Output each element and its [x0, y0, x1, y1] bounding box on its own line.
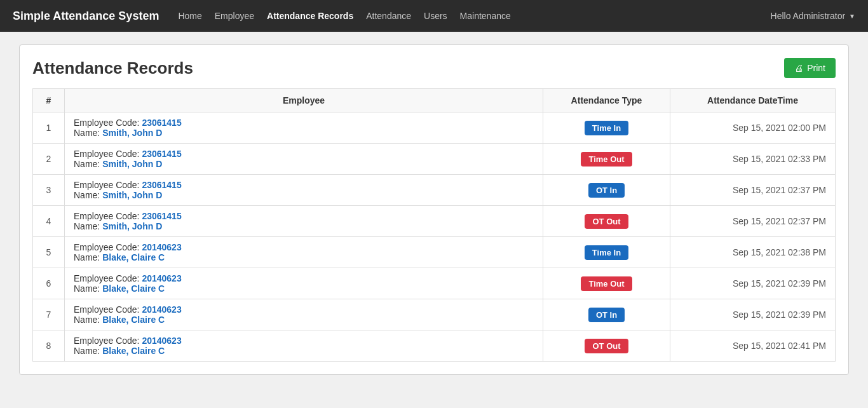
col-att-type: Attendance Type: [543, 89, 670, 112]
attendance-type-cell: Time Out: [543, 268, 670, 299]
row-num: 6: [33, 268, 65, 299]
attendance-type-badge: OT In: [588, 308, 625, 322]
navbar-brand: Simple Attendance System: [13, 10, 159, 23]
attendance-datetime-cell: Sep 15, 2021 02:39 PM: [670, 268, 836, 299]
nav-item-users[interactable]: Users: [424, 8, 447, 24]
employee-cell: Employee Code: 23061415 Name: Smith, Joh…: [65, 112, 543, 144]
table-row: 1 Employee Code: 23061415 Name: Smith, J…: [33, 112, 836, 144]
attendance-datetime-cell: Sep 15, 2021 02:00 PM: [670, 112, 836, 144]
employee-cell: Employee Code: 20140623 Name: Blake, Cla…: [65, 237, 543, 268]
row-num: 2: [33, 144, 65, 175]
row-num: 4: [33, 206, 65, 237]
emp-name-label: Name:: [74, 283, 102, 294]
employee-name-line: Name: Smith, John D: [74, 221, 534, 231]
nav-item-attendance[interactable]: Attendance: [366, 8, 411, 24]
emp-code-label: Employee Code:: [74, 273, 142, 283]
emp-code-label: Employee Code:: [74, 180, 142, 190]
employee-name-line: Name: Smith, John D: [74, 190, 534, 200]
page-title: Attendance Records: [32, 58, 193, 78]
emp-name-label: Name:: [74, 128, 102, 138]
table-body: 1 Employee Code: 23061415 Name: Smith, J…: [33, 112, 836, 362]
attendance-type-badge: OT Out: [585, 214, 628, 229]
emp-code-label: Employee Code:: [74, 118, 142, 128]
emp-code-value: 20140623: [142, 336, 181, 346]
navbar-nav: HomeEmployeeAttendance RecordsAttendance…: [178, 8, 770, 24]
attendance-table: # Employee Attendance Type Attendance Da…: [32, 88, 836, 362]
table-header-row: # Employee Attendance Type Attendance Da…: [33, 89, 836, 112]
attendance-type-badge: Time Out: [581, 152, 632, 167]
emp-code-label: Employee Code:: [74, 336, 142, 346]
nav-item-attendance-records[interactable]: Attendance Records: [267, 8, 353, 24]
nav-item-home[interactable]: Home: [178, 8, 201, 24]
col-employee: Employee: [65, 89, 543, 112]
table-row: 2 Employee Code: 23061415 Name: Smith, J…: [33, 144, 836, 175]
emp-code-value: 20140623: [142, 273, 181, 283]
emp-name-value: Smith, John D: [102, 221, 162, 231]
nav-item-maintenance[interactable]: Maintenance: [460, 8, 511, 24]
employee-code-line: Employee Code: 23061415: [74, 149, 534, 159]
emp-name-value: Blake, Claire C: [102, 315, 165, 325]
emp-code-value: 23061415: [142, 118, 181, 128]
emp-name-label: Name:: [74, 221, 102, 231]
employee-code-line: Employee Code: 20140623: [74, 336, 534, 346]
emp-code-value: 23061415: [142, 211, 181, 221]
attendance-type-cell: Time Out: [543, 144, 670, 175]
employee-code-line: Employee Code: 23061415: [74, 118, 534, 128]
print-button[interactable]: Print: [784, 58, 836, 78]
employee-name-line: Name: Blake, Claire C: [74, 283, 534, 294]
table-row: 6 Employee Code: 20140623 Name: Blake, C…: [33, 268, 836, 299]
emp-name-label: Name:: [74, 190, 102, 200]
employee-name-line: Name: Smith, John D: [74, 128, 534, 138]
emp-code-value: 20140623: [142, 304, 181, 315]
user-greeting-text: Hello Administrator: [771, 11, 846, 21]
emp-name-label: Name:: [74, 315, 102, 325]
attendance-type-cell: OT In: [543, 299, 670, 330]
employee-code-line: Employee Code: 20140623: [74, 273, 534, 283]
attendance-type-badge: Time In: [585, 121, 628, 135]
emp-name-value: Blake, Claire C: [102, 346, 165, 356]
main-content: Attendance Records Print # Employee Atte…: [0, 32, 868, 388]
employee-cell: Employee Code: 20140623 Name: Blake, Cla…: [65, 330, 543, 362]
emp-name-value: Smith, John D: [102, 159, 162, 169]
card-header: Attendance Records Print: [32, 58, 836, 78]
employee-name-line: Name: Blake, Claire C: [74, 315, 534, 325]
emp-code-value: 20140623: [142, 242, 181, 252]
emp-code-label: Employee Code:: [74, 149, 142, 159]
attendance-datetime-cell: Sep 15, 2021 02:39 PM: [670, 299, 836, 330]
attendance-type-cell: OT Out: [543, 206, 670, 237]
attendance-type-cell: Time In: [543, 112, 670, 144]
emp-name-value: Blake, Claire C: [102, 252, 165, 262]
chevron-down-icon: ▼: [849, 13, 855, 20]
table-row: 3 Employee Code: 23061415 Name: Smith, J…: [33, 175, 836, 206]
employee-cell: Employee Code: 20140623 Name: Blake, Cla…: [65, 268, 543, 299]
print-label: Print: [807, 63, 825, 73]
navbar: Simple Attendance System HomeEmployeeAtt…: [0, 0, 868, 32]
col-att-datetime: Attendance DateTime: [670, 89, 836, 112]
emp-name-label: Name:: [74, 252, 102, 262]
emp-name-value: Blake, Claire C: [102, 283, 165, 294]
nav-item-employee[interactable]: Employee: [215, 8, 254, 24]
employee-code-line: Employee Code: 20140623: [74, 242, 534, 252]
attendance-datetime-cell: Sep 15, 2021 02:37 PM: [670, 206, 836, 237]
table-row: 4 Employee Code: 23061415 Name: Smith, J…: [33, 206, 836, 237]
printer-icon: [794, 63, 803, 73]
emp-name-value: Smith, John D: [102, 190, 162, 200]
attendance-type-cell: Time In: [543, 237, 670, 268]
attendance-type-badge: OT Out: [585, 339, 628, 353]
row-num: 7: [33, 299, 65, 330]
attendance-type-badge: Time In: [585, 245, 628, 260]
emp-name-label: Name:: [74, 346, 102, 356]
employee-code-line: Employee Code: 20140623: [74, 304, 534, 315]
table-row: 8 Employee Code: 20140623 Name: Blake, C…: [33, 330, 836, 362]
emp-code-value: 23061415: [142, 180, 181, 190]
navbar-user[interactable]: Hello Administrator ▼: [771, 11, 855, 21]
attendance-datetime-cell: Sep 15, 2021 02:41 PM: [670, 330, 836, 362]
emp-name-value: Smith, John D: [102, 128, 162, 138]
attendance-card: Attendance Records Print # Employee Atte…: [19, 44, 849, 375]
emp-code-label: Employee Code:: [74, 242, 142, 252]
row-num: 3: [33, 175, 65, 206]
employee-name-line: Name: Smith, John D: [74, 159, 534, 169]
employee-name-line: Name: Blake, Claire C: [74, 346, 534, 356]
attendance-datetime-cell: Sep 15, 2021 02:33 PM: [670, 144, 836, 175]
row-num: 8: [33, 330, 65, 362]
